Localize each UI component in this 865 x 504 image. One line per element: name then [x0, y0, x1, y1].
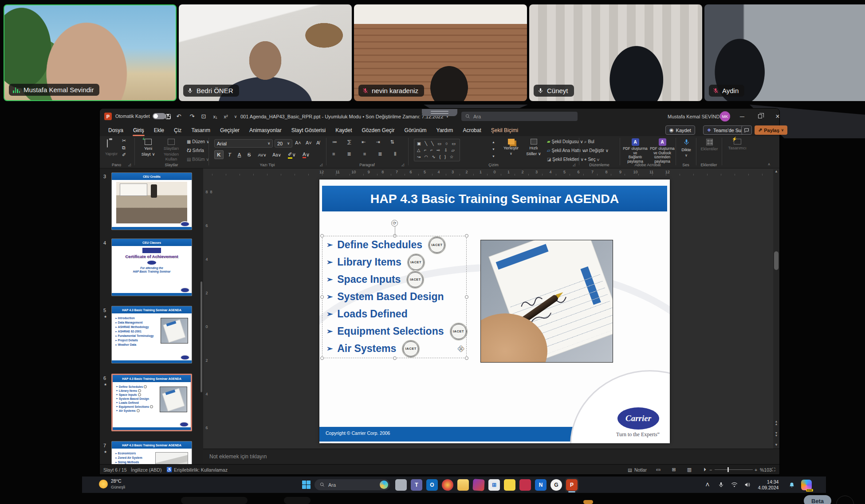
undo-button[interactable]: ↶: [173, 109, 184, 124]
reading-view-button[interactable]: ▥: [684, 465, 695, 475]
dictate-button[interactable]: Dikte∨: [677, 139, 695, 158]
thumbnail-slide-3[interactable]: CEU Credits: [111, 172, 192, 230]
tab-acrobat[interactable]: Acrobat: [458, 124, 486, 136]
paragraf-dialog-launcher[interactable]: ◿: [401, 163, 404, 167]
acrobat-create-pdf-link-button[interactable]: A PDF oluşturma veBağlantı paylaşma: [622, 138, 648, 164]
shape-outline-button[interactable]: ▱ Şekil Ana Hattı ∨: [547, 148, 585, 153]
tab-gecisler[interactable]: Geçişler: [215, 124, 244, 136]
strikethrough-button[interactable]: S: [244, 150, 254, 159]
tab-yardim[interactable]: Yardım: [432, 124, 458, 136]
reset-button[interactable]: 🗘 Sıfırla: [187, 148, 204, 153]
designer-button[interactable]: ⚡ Tasarımcı: [724, 139, 750, 150]
zoom-share-toolbar-handle[interactable]: [422, 109, 457, 116]
collapse-ribbon-icon[interactable]: ˄: [768, 162, 770, 167]
resize-handle[interactable]: [320, 356, 324, 360]
format-painter-icon[interactable]: ✐: [122, 152, 126, 158]
subscript-button[interactable]: x₁: [210, 109, 220, 124]
superscript-button[interactable]: x²: [220, 109, 231, 124]
scroll-down-icon[interactable]: ▼: [773, 443, 779, 447]
previous-slide-button[interactable]: ▲▲: [773, 420, 779, 426]
cut-icon[interactable]: ✂: [122, 138, 126, 144]
font-name-combo[interactable]: Arial∨: [214, 139, 273, 148]
fit-to-window-button[interactable]: ⛶: [768, 465, 779, 475]
underline-button[interactable]: A: [235, 150, 244, 159]
start-button[interactable]: [302, 481, 311, 489]
slide-title[interactable]: HAP 4.3 Basic Training Seminar AGENDA: [322, 186, 667, 211]
thumbnail-scrollbar[interactable]: [201, 281, 202, 392]
normal-view-button[interactable]: ▭: [653, 465, 664, 475]
quick-styles-button[interactable]: HızlıStiller ∨: [523, 139, 544, 156]
tab-ciz[interactable]: Çiz: [169, 124, 186, 136]
next-slide-button[interactable]: ▼▼: [773, 432, 779, 437]
video-tile[interactable]: Cüneyt: [529, 4, 702, 101]
video-tile[interactable]: Aydin: [704, 4, 865, 101]
g-app-icon[interactable]: G: [550, 479, 562, 491]
taskbar-search[interactable]: Ara: [315, 479, 390, 490]
video-tile[interactable]: nevin karadeniz: [354, 4, 527, 101]
paste-button[interactable]: [107, 140, 108, 148]
notes-toggle[interactable]: ▤Notlar: [628, 465, 647, 475]
file-explorer-icon[interactable]: [457, 479, 469, 491]
resize-handle[interactable]: [465, 234, 468, 238]
zoom-in-button[interactable]: +: [755, 465, 757, 475]
tab-dosya[interactable]: Dosya: [103, 124, 128, 136]
tab-giris[interactable]: Giriş: [128, 124, 149, 136]
restore-button[interactable]: [751, 109, 769, 124]
vertical-ruler[interactable]: 8 6 4 2 0 2 4 6 8: [204, 176, 211, 449]
edge-app-icon[interactable]: [442, 479, 453, 491]
shape-fill-button[interactable]: ▰ Şekil Dolgusu ∨: [547, 139, 583, 144]
shrink-font-icon[interactable]: A˅: [306, 140, 312, 145]
share-button[interactable]: ⇗ Paylaş ∨: [755, 125, 787, 135]
scrollbar-thumb[interactable]: [774, 251, 778, 270]
present-from-start-button[interactable]: ⊡: [198, 109, 209, 124]
change-case-button[interactable]: Aa∨: [271, 150, 283, 159]
thumbnail-slide-5[interactable]: HAP 4.3 Basic Training Seminar AGENDA In…: [111, 306, 192, 363]
video-tile[interactable]: Bedri ÖNER: [179, 4, 352, 101]
outlook-app-icon[interactable]: O: [426, 479, 438, 491]
arrange-button[interactable]: Yerleştir∨: [500, 139, 522, 156]
slide-canvas[interactable]: HAP 4.3 Basic Training Seminar AGENDA ➢D…: [319, 180, 670, 443]
teams-app-icon[interactable]: T: [411, 479, 422, 491]
tab-tasarim[interactable]: Tasarım: [186, 124, 215, 136]
tray-wifi-icon[interactable]: [729, 477, 739, 493]
selection-box[interactable]: ⟳: [322, 236, 467, 358]
writing-photo[interactable]: [480, 240, 613, 363]
font-color-button[interactable]: A∨: [300, 150, 312, 159]
tab-sekil-bicimi[interactable]: Şekil Biçimi: [486, 124, 523, 136]
news-app-icon[interactable]: N: [535, 479, 547, 491]
slide-thumbnail-panel[interactable]: 3 CEU Credits 4 CEU Classes Certificate …: [100, 168, 203, 464]
bold-button[interactable]: K: [214, 150, 224, 159]
thumbnail-slide-7[interactable]: HAP 4.3 Basic Training Seminar AGENDA Ec…: [111, 441, 192, 464]
section-button[interactable]: ▤ Bölüm ∨: [187, 157, 209, 162]
text-highlight-button[interactable]: ✐∨: [286, 150, 298, 159]
sticky-notes-icon[interactable]: [504, 479, 515, 491]
resize-handle[interactable]: [320, 234, 324, 238]
copy-icon[interactable]: ⧉: [122, 145, 126, 151]
tab-slayt-gosterisi[interactable]: Slayt Gösterisi: [287, 124, 330, 136]
resize-handle[interactable]: [320, 295, 324, 299]
tray-volume-icon[interactable]: [742, 477, 753, 493]
layout-button[interactable]: ▦ Düzen ∨: [187, 139, 209, 144]
powerpoint-app-icon[interactable]: P: [104, 113, 112, 120]
store-app-icon[interactable]: ⊞: [488, 479, 500, 491]
language-indicator[interactable]: İngilizce (ABD): [131, 465, 161, 475]
scroll-up-icon[interactable]: ▲: [773, 169, 779, 173]
zoom-slider-knob[interactable]: [727, 467, 729, 472]
character-spacing-button[interactable]: AV∨: [256, 150, 268, 159]
autosave-control[interactable]: Otomatik Kaydet: [115, 113, 166, 119]
clock-widget[interactable]: 14:344.09.2024: [753, 477, 784, 493]
powerpoint-taskbar-icon[interactable]: P: [566, 479, 578, 491]
thumbnail-slide-6-selected[interactable]: HAP 4.3 Basic Training Seminar AGENDA De…: [111, 374, 192, 431]
video-tile[interactable]: Mustafa Kemal Sevindir: [4, 4, 177, 101]
adobe-app-icon[interactable]: [472, 479, 484, 491]
qat-customize-button[interactable]: ∨: [230, 109, 241, 124]
redo-button[interactable]: ↷: [187, 109, 197, 124]
pano-dialog-launcher[interactable]: ◿: [128, 163, 131, 167]
search-box[interactable]: Ara: [461, 112, 578, 121]
accessibility-indicator[interactable]: ♿ Erişilebilirlik: Kullanılamaz: [166, 465, 228, 475]
weather-widget[interactable]: 28°CGüneşli: [99, 478, 125, 490]
shape-gallery-scroll[interactable]: ▲▼▼: [492, 139, 495, 160]
cizim-dialog-launcher[interactable]: ◿: [573, 163, 575, 167]
copilot-icon[interactable]: PRE: [799, 477, 814, 493]
font-size-combo[interactable]: 20∨: [275, 139, 292, 148]
